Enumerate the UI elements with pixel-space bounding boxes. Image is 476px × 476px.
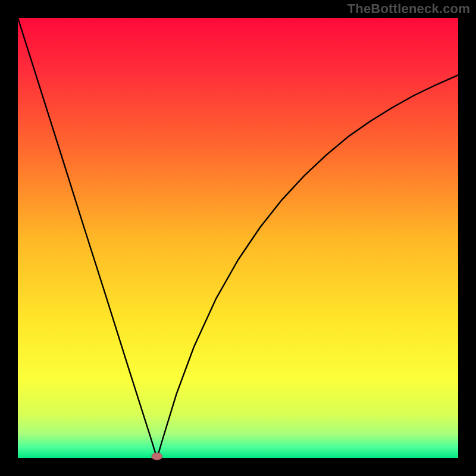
bottleneck-chart [0, 0, 476, 476]
watermark-text: TheBottleneck.com [347, 1, 470, 17]
plot-background [18, 18, 458, 458]
minimum-marker [152, 453, 162, 460]
chart-frame: TheBottleneck.com [0, 0, 476, 476]
